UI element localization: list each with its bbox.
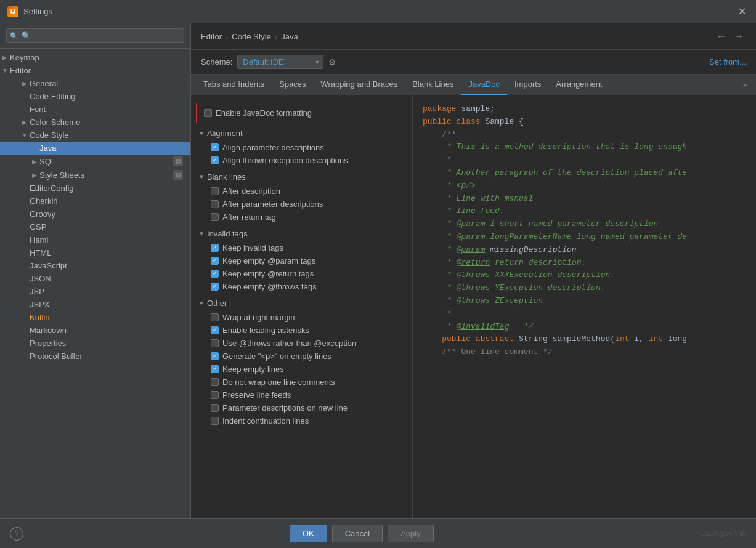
settings-panel: Enable JavaDoc formatting ▼ Alignment Al…: [191, 95, 413, 518]
after-desc-item: After description: [191, 185, 412, 198]
sidebar-item-color-scheme[interactable]: ▶ Color Scheme: [0, 116, 190, 129]
code-line-invalid-tag: * @invalidTag */: [423, 321, 746, 334]
after-return-checkbox[interactable]: [211, 213, 219, 221]
breadcrumb-java: Java: [281, 32, 298, 41]
no-wrap-one-line-checkbox[interactable]: [211, 378, 219, 386]
sql-icon: ▤: [173, 156, 183, 166]
sidebar-item-editorconfig[interactable]: EditorConfig: [0, 182, 190, 195]
align-param-checkbox[interactable]: [211, 143, 219, 151]
indent-continuation-checkbox[interactable]: [211, 417, 219, 425]
jspx-label: JSPX: [30, 300, 185, 309]
after-param-checkbox[interactable]: [211, 200, 219, 208]
sidebar-item-general[interactable]: ▶ General: [0, 77, 190, 90]
sidebar-item-java[interactable]: Java: [0, 142, 190, 155]
tab-tabs-indents[interactable]: Tabs and Indents: [196, 75, 272, 95]
sidebar-item-markdown[interactable]: Markdown: [0, 324, 190, 337]
sidebar-item-html[interactable]: HTML: [0, 246, 190, 259]
sidebar-item-haml[interactable]: Haml: [0, 233, 190, 246]
jsp-label: JSP: [30, 287, 185, 296]
use-throws-checkbox[interactable]: [211, 339, 219, 347]
keep-invalid-label: Keep invalid tags: [222, 243, 283, 252]
blank-lines-header[interactable]: ▼ Blank lines: [191, 169, 412, 185]
wrap-right-checkbox[interactable]: [211, 313, 219, 321]
param-desc-new-line-checkbox[interactable]: [211, 404, 219, 412]
leading-asterisks-checkbox[interactable]: [211, 326, 219, 334]
sidebar-item-sql[interactable]: ▶ SQL ▤: [0, 155, 190, 168]
sidebar-item-jsp[interactable]: JSP: [0, 285, 190, 298]
sidebar-item-json[interactable]: JSON: [0, 272, 190, 285]
gsp-label: GSP: [30, 222, 185, 232]
tab-wrapping-braces[interactable]: Wrapping and Braces: [313, 75, 405, 95]
sidebar-item-kotlin[interactable]: Kotlin: [0, 311, 190, 324]
breadcrumb-editor: Editor: [201, 32, 222, 41]
sidebar-item-font[interactable]: Font: [0, 103, 190, 116]
gen-p-empty-checkbox[interactable]: [211, 352, 219, 360]
tab-arrangement[interactable]: Arrangement: [548, 75, 609, 95]
leading-asterisks-item: Enable leading asterisks: [191, 324, 412, 337]
alignment-group: ▼ Alignment Align parameter descriptions…: [191, 126, 412, 167]
html-label: HTML: [30, 248, 185, 257]
apply-button[interactable]: Apply: [388, 525, 434, 542]
alignment-header[interactable]: ▼ Alignment: [191, 126, 412, 141]
other-group: ▼ Other Wrap at right margin Enable lead…: [191, 296, 412, 427]
keep-empty-lines-checkbox[interactable]: [211, 365, 219, 373]
tabs-row: Tabs and Indents Spaces Wrapping and Bra…: [191, 75, 756, 95]
nav-back-button[interactable]: ←: [714, 30, 729, 43]
code-line-param2: * @param longParameterName long named pa…: [423, 231, 746, 244]
sidebar-item-gsp[interactable]: GSP: [0, 220, 190, 233]
code-line-another: * Another paragraph of the description p…: [423, 167, 746, 180]
sidebar-item-code-editing[interactable]: Code Editing: [0, 90, 190, 103]
close-button[interactable]: ✕: [736, 3, 749, 20]
use-throws-label: Use @throws rather than @exception: [222, 339, 356, 348]
sidebar-item-gherkin[interactable]: Gherkin: [0, 195, 190, 208]
sidebar-item-jspx[interactable]: JSPX: [0, 298, 190, 311]
enable-javadoc-label[interactable]: Enable JavaDoc formatting: [216, 108, 312, 118]
sidebar-item-protocol-buffer[interactable]: Protocol Buffer: [0, 350, 190, 363]
window-title: Settings: [23, 7, 52, 16]
enable-javadoc-row: Enable JavaDoc formatting: [196, 103, 407, 123]
keep-empty-return-checkbox[interactable]: [211, 270, 219, 278]
groovy-label: Groovy: [30, 209, 185, 219]
tab-more-button[interactable]: »: [739, 75, 751, 94]
align-throws-checkbox[interactable]: [211, 156, 219, 164]
enable-javadoc-checkbox[interactable]: [204, 109, 212, 117]
title-bar: IJ Settings ✕: [0, 0, 756, 23]
sidebar-item-style-sheets[interactable]: ▶ Style Sheets ▤: [0, 168, 190, 182]
help-button[interactable]: ?: [10, 527, 23, 541]
tab-imports[interactable]: Imports: [507, 75, 548, 95]
cancel-button[interactable]: Cancel: [332, 525, 383, 542]
set-from-link[interactable]: Set from...: [709, 57, 746, 66]
tab-spaces[interactable]: Spaces: [272, 75, 313, 95]
code-line-param1: * @param i short named parameter descrip…: [423, 218, 746, 231]
keep-invalid-checkbox[interactable]: [211, 244, 219, 252]
keep-empty-throws-checkbox[interactable]: [211, 283, 219, 291]
sidebar-item-properties[interactable]: Properties: [0, 337, 190, 350]
after-desc-checkbox[interactable]: [211, 187, 219, 195]
scheme-select[interactable]: Default IDE: [237, 55, 323, 69]
blank-lines-arrow: ▼: [198, 174, 205, 180]
scheme-gear-button[interactable]: ⚙: [328, 57, 336, 67]
style-sheets-label: Style Sheets: [39, 171, 84, 180]
breadcrumb-code-style: Code Style: [232, 32, 271, 41]
ok-button[interactable]: OK: [290, 525, 327, 542]
wrap-right-label: Wrap at right margin: [222, 313, 295, 322]
invalid-tags-header[interactable]: ▼ Invalid tags: [191, 226, 412, 241]
other-header[interactable]: ▼ Other: [191, 296, 412, 311]
code-line-desc: * This is a method description that is l…: [423, 141, 746, 154]
color-scheme-label: Color Scheme: [30, 118, 185, 127]
general-arrow: ▶: [20, 80, 30, 87]
sidebar-item-keymap[interactable]: ▶ Keymap: [0, 51, 190, 64]
keep-empty-param-checkbox[interactable]: [211, 257, 219, 265]
tab-blank-lines[interactable]: Blank Lines: [405, 75, 461, 95]
nav-forward-button[interactable]: →: [731, 30, 746, 43]
preserve-line-feeds-checkbox[interactable]: [211, 391, 219, 399]
search-icon: 🔍: [10, 32, 18, 40]
sidebar-item-code-style[interactable]: ▼ Code Style: [0, 129, 190, 142]
sidebar-item-javascript[interactable]: JavaScript: [0, 259, 190, 272]
tab-javadoc[interactable]: JavaDoc: [461, 75, 507, 95]
style-sheets-icon: ▤: [173, 170, 183, 180]
sidebar-item-groovy[interactable]: Groovy: [0, 208, 190, 220]
param-desc-new-line-label: Parameter descriptions on new line: [222, 403, 348, 413]
sidebar-item-editor[interactable]: ▼ Editor: [0, 64, 190, 77]
search-input[interactable]: [6, 28, 184, 43]
